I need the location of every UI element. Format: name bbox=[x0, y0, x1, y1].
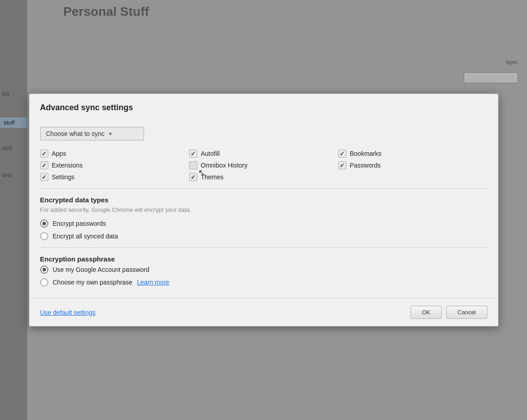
checkbox-item-passwords[interactable]: Passwords bbox=[338, 161, 487, 169]
dialog-body: Choose what to sync ▼ Apps Autofill Book… bbox=[29, 120, 498, 298]
radio-use-own-passphrase[interactable]: Choose my own passphrase Learn more bbox=[40, 278, 487, 286]
footer-buttons: OK Cancel bbox=[410, 306, 487, 319]
checkbox-extensions[interactable] bbox=[40, 161, 48, 169]
checkbox-themes[interactable] bbox=[189, 173, 197, 181]
checkbox-item-bookmarks[interactable]: Bookmarks bbox=[338, 149, 487, 158]
radio-encrypt-passwords-label: Encrypt passwords bbox=[53, 220, 106, 227]
cancel-button[interactable]: Cancel bbox=[446, 306, 487, 319]
checkbox-item-extensions[interactable]: Extensions bbox=[40, 161, 189, 169]
checkbox-item-omnibox[interactable]: Omnibox History ↖ bbox=[189, 161, 338, 169]
encrypted-section-title: Encrypted data types bbox=[40, 196, 487, 204]
learn-more-link[interactable]: Learn more bbox=[137, 279, 169, 286]
dialog-title: Advanced sync settings bbox=[40, 103, 487, 112]
checkbox-themes-label: Themes bbox=[201, 173, 224, 181]
divider-1 bbox=[40, 188, 487, 189]
dropdown-label: Choose what to sync bbox=[46, 130, 105, 137]
divider-2 bbox=[40, 247, 487, 248]
radio-use-google-password-label: Use my Google Account password bbox=[53, 266, 149, 273]
choose-what-to-sync-dropdown[interactable]: Choose what to sync ▼ bbox=[40, 127, 144, 140]
dialog-header: Advanced sync settings bbox=[29, 94, 498, 120]
radio-use-own-passphrase-label: Choose my own passphrase bbox=[53, 279, 133, 286]
checkbox-item-autofill[interactable]: Autofill bbox=[189, 149, 338, 158]
checkbox-autofill-label: Autofill bbox=[201, 150, 220, 157]
radio-use-google-password[interactable]: Use my Google Account password bbox=[40, 266, 487, 274]
checkbox-passwords-label: Passwords bbox=[350, 162, 381, 169]
encrypted-section-desc: For added security, Google Chrome will e… bbox=[40, 206, 487, 213]
checkbox-passwords[interactable] bbox=[338, 161, 346, 169]
radio-encrypt-passwords[interactable]: Encrypt passwords bbox=[40, 219, 487, 228]
checkbox-item-apps[interactable]: Apps bbox=[40, 149, 189, 158]
checkbox-bookmarks-label: Bookmarks bbox=[350, 150, 382, 157]
checkbox-omnibox-label: Omnibox History bbox=[201, 162, 247, 169]
radio-encrypt-all-circle[interactable] bbox=[40, 232, 48, 240]
radio-encrypt-all[interactable]: Encrypt all synced data bbox=[40, 232, 487, 240]
checkbox-omnibox[interactable] bbox=[189, 161, 197, 169]
checkbox-bookmarks[interactable] bbox=[338, 149, 346, 158]
sync-items-grid: Apps Autofill Bookmarks Extensions bbox=[40, 149, 487, 181]
radio-encrypt-passwords-circle[interactable] bbox=[40, 219, 48, 228]
use-default-settings-link[interactable]: Use default settings bbox=[40, 309, 96, 316]
checkbox-extensions-label: Extensions bbox=[52, 162, 83, 169]
checkbox-apps[interactable] bbox=[40, 149, 48, 158]
dropdown-arrow-icon: ▼ bbox=[108, 131, 112, 136]
checkbox-item-themes[interactable]: Themes bbox=[189, 173, 338, 181]
checkbox-settings[interactable] bbox=[40, 173, 48, 181]
modal-overlay: Advanced sync settings Choose what to sy… bbox=[0, 0, 527, 420]
radio-encrypt-all-label: Encrypt all synced data bbox=[53, 233, 118, 240]
radio-use-google-password-circle[interactable] bbox=[40, 266, 48, 274]
passphrase-section-title: Encryption passphrase bbox=[40, 255, 487, 263]
checkbox-autofill[interactable] bbox=[189, 149, 197, 158]
checkbox-apps-label: Apps bbox=[52, 150, 66, 157]
dialog-footer: Use default settings OK Cancel bbox=[29, 298, 498, 326]
checkbox-item-settings[interactable]: Settings bbox=[40, 173, 189, 181]
advanced-sync-dialog: Advanced sync settings Choose what to sy… bbox=[29, 93, 499, 327]
radio-use-own-passphrase-circle[interactable] bbox=[40, 278, 48, 286]
checkbox-settings-label: Settings bbox=[52, 173, 75, 181]
ok-button[interactable]: OK bbox=[410, 306, 442, 319]
